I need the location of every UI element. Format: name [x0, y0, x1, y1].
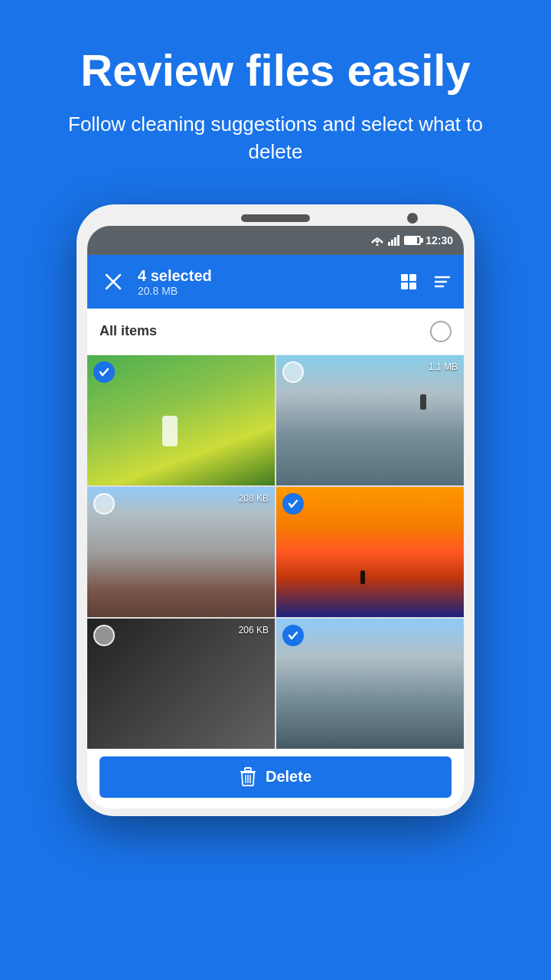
- photo-cell-1[interactable]: [87, 355, 275, 485]
- person-figure-4: [360, 570, 365, 584]
- svg-rect-7: [401, 274, 408, 281]
- phone-notch: [87, 218, 464, 226]
- photo-2-size: 1.1 MB: [429, 361, 458, 372]
- trash-icon: [240, 767, 256, 787]
- status-bar: 12:30: [87, 226, 464, 255]
- wifi-icon: [370, 235, 384, 246]
- photo-cell-2[interactable]: 1.1 MB: [276, 355, 464, 485]
- delete-bar: Delete: [87, 749, 464, 808]
- grid-icon: [399, 273, 418, 291]
- app-bar-actions: [399, 273, 452, 291]
- app-bar-text: 4 selected 20.8 MB: [138, 266, 389, 297]
- checkmark-icon: [287, 498, 299, 510]
- photo-3-size: 208 KB: [239, 493, 269, 504]
- selected-count: 4 selected: [138, 266, 389, 285]
- photo-1-checkbox[interactable]: [93, 361, 115, 383]
- select-all-checkbox[interactable]: [430, 321, 452, 342]
- photo-6-image: [276, 619, 464, 749]
- grid-view-button[interactable]: [399, 273, 418, 291]
- photo-cell-6[interactable]: [276, 619, 464, 749]
- phone-body: 12:30 4 selected 20.8 MB: [77, 204, 474, 816]
- photo-4-image: [276, 487, 464, 617]
- svg-rect-4: [397, 235, 399, 246]
- app-bar: 4 selected 20.8 MB: [87, 255, 464, 309]
- photo-5-image: [87, 619, 275, 749]
- photo-2-checkbox[interactable]: [282, 361, 304, 383]
- sort-icon: [433, 273, 452, 291]
- photo-6-checkbox[interactable]: [282, 625, 304, 646]
- selected-size: 20.8 MB: [138, 285, 389, 297]
- hero-subtitle: Follow cleaning suggestions and select w…: [0, 110, 551, 204]
- phone-speaker: [241, 214, 310, 222]
- signal-icon: [388, 235, 400, 246]
- photo-cell-5[interactable]: 206 KB: [87, 619, 275, 749]
- delete-button[interactable]: Delete: [99, 756, 452, 798]
- photo-cell-4[interactable]: [276, 487, 464, 617]
- photo-2-image: [276, 355, 464, 485]
- close-button[interactable]: [99, 268, 127, 296]
- hero-section: Review files easily Follow cleaning sugg…: [0, 0, 551, 204]
- status-time: 12:30: [425, 234, 453, 247]
- phone-camera: [407, 213, 418, 224]
- photo-4-checkbox[interactable]: [282, 493, 304, 514]
- svg-point-0: [377, 243, 379, 246]
- sort-button[interactable]: [433, 273, 452, 291]
- photo-3-image: [87, 487, 275, 617]
- photo-5-checkbox[interactable]: [93, 625, 115, 646]
- svg-rect-3: [394, 237, 396, 246]
- svg-rect-15: [245, 768, 251, 771]
- photo-5-size: 206 KB: [239, 625, 269, 635]
- hero-title: Review files easily: [0, 0, 551, 110]
- photo-cell-3[interactable]: 208 KB: [87, 487, 275, 617]
- battery-icon: [404, 236, 421, 245]
- photo-grid: 1.1 MB 208 KB: [87, 355, 464, 749]
- checkmark-icon: [287, 629, 299, 642]
- all-items-row: All items: [87, 309, 464, 355]
- photo-3-checkbox[interactable]: [93, 493, 115, 514]
- all-items-label: All items: [99, 323, 157, 339]
- status-icons: [370, 235, 421, 246]
- svg-rect-1: [388, 242, 390, 246]
- close-icon: [105, 273, 122, 290]
- svg-rect-10: [409, 283, 416, 289]
- svg-rect-2: [391, 240, 393, 246]
- svg-rect-8: [409, 274, 416, 281]
- checkmark-icon: [98, 366, 110, 378]
- delete-label: Delete: [266, 768, 311, 786]
- person-figure-2: [420, 394, 426, 410]
- phone-screen: 12:30 4 selected 20.8 MB: [87, 226, 464, 808]
- photo-1-image: [87, 355, 275, 485]
- svg-rect-9: [401, 283, 408, 289]
- phone-mockup: 12:30 4 selected 20.8 MB: [0, 204, 551, 816]
- person-figure-1: [162, 416, 178, 446]
